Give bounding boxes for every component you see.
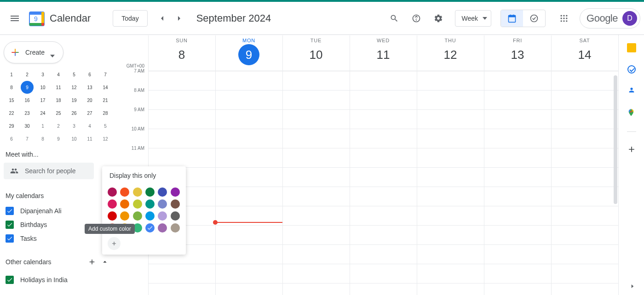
mini-calendar-day[interactable]: 14 [99, 81, 112, 94]
color-option[interactable] [171, 223, 180, 233]
mini-calendar-day[interactable]: 17 [36, 94, 49, 107]
prev-period-button[interactable] [155, 11, 170, 26]
mini-calendar-day[interactable]: 8 [36, 132, 49, 145]
hour-row[interactable] [148, 226, 618, 245]
color-option[interactable] [133, 187, 142, 197]
day-number[interactable]: 9 [238, 44, 259, 65]
current-date-range[interactable]: September 2024 [196, 12, 271, 24]
calendar-checkbox[interactable] [6, 207, 14, 215]
color-option[interactable] [145, 223, 155, 233]
mini-calendar-day[interactable]: 6 [5, 132, 18, 145]
day-number[interactable]: 11 [373, 44, 394, 65]
mini-calendar-day[interactable]: 23 [21, 107, 34, 119]
mini-calendar-day[interactable]: 3 [36, 68, 49, 81]
display-this-only-option[interactable]: Display this only [102, 166, 186, 185]
maps-app-icon[interactable] [627, 108, 636, 117]
mini-calendar-day[interactable]: 7 [21, 132, 34, 145]
mini-calendar-day[interactable]: 10 [36, 81, 49, 94]
day-number[interactable]: 14 [574, 44, 595, 65]
color-option[interactable] [171, 199, 180, 209]
color-option[interactable] [171, 187, 180, 197]
scrollbar-thumb[interactable] [614, 75, 617, 204]
color-option[interactable] [145, 211, 155, 221]
mini-calendar-day[interactable]: 19 [68, 94, 80, 107]
avatar[interactable]: D [622, 11, 637, 26]
hour-row[interactable] [148, 148, 618, 168]
day-number[interactable]: 12 [440, 44, 461, 65]
mini-calendar-day[interactable]: 5 [99, 119, 112, 132]
day-number[interactable]: 8 [171, 44, 192, 65]
color-option[interactable] [158, 211, 167, 221]
mini-calendar-day[interactable]: 18 [52, 94, 65, 107]
mini-calendar-day[interactable]: 13 [83, 81, 96, 94]
day-header[interactable]: MON9 [215, 35, 282, 71]
hour-row[interactable] [148, 91, 618, 110]
hour-row[interactable] [148, 168, 618, 187]
color-option[interactable] [108, 211, 117, 221]
mini-calendar-day[interactable]: 9 [21, 81, 34, 94]
day-header[interactable]: WED11 [350, 35, 417, 71]
main-menu-button[interactable] [4, 7, 26, 29]
mini-calendar-day[interactable]: 5 [68, 68, 80, 81]
calendar-list-item[interactable]: Dipanjenah Ali [4, 204, 111, 218]
color-option[interactable] [145, 199, 155, 209]
app-logo[interactable]: 9 Calendar [28, 9, 91, 28]
mini-calendar-day[interactable]: 27 [83, 107, 96, 119]
get-addons-button[interactable] [627, 145, 636, 154]
mini-calendar-day[interactable]: 15 [5, 94, 18, 107]
color-option[interactable] [158, 187, 167, 197]
mini-calendar-day[interactable]: 1 [36, 119, 49, 132]
mini-calendar-day[interactable]: 7 [99, 68, 112, 81]
day-header[interactable]: FRI13 [484, 35, 551, 71]
mini-calendar-day[interactable]: 29 [5, 119, 18, 132]
view-selector[interactable]: Week [455, 10, 492, 27]
mini-calendar-day[interactable]: 12 [68, 81, 80, 94]
mini-calendar-day[interactable]: 2 [21, 68, 34, 81]
search-people-input[interactable]: Search for people [4, 163, 94, 179]
day-number[interactable]: 13 [507, 44, 528, 65]
hide-side-panel-button[interactable] [629, 283, 636, 291]
color-option[interactable] [120, 199, 129, 209]
day-number[interactable]: 10 [305, 44, 327, 65]
color-option[interactable] [120, 211, 129, 221]
today-button[interactable]: Today [113, 10, 147, 27]
my-calendars-label[interactable]: My calendars [4, 192, 111, 199]
hour-row[interactable] [148, 129, 618, 148]
mini-calendar-day[interactable]: 26 [68, 107, 80, 119]
color-option[interactable] [145, 187, 155, 197]
calendar-view-toggle[interactable] [501, 10, 523, 27]
keep-app-icon[interactable] [627, 43, 636, 52]
color-option[interactable] [171, 211, 180, 221]
mini-calendar-day[interactable]: 20 [83, 94, 96, 107]
mini-calendar-day[interactable]: 4 [52, 68, 65, 81]
google-apps-button[interactable] [555, 9, 573, 28]
mini-calendar-day[interactable]: 25 [52, 107, 65, 119]
calendar-checkbox[interactable] [6, 221, 14, 229]
hour-row[interactable] [148, 71, 618, 91]
color-option[interactable] [120, 187, 129, 197]
tasks-app-icon[interactable] [627, 65, 636, 74]
create-button[interactable]: Create [4, 41, 63, 63]
day-header[interactable]: SAT14 [551, 35, 618, 71]
next-period-button[interactable] [172, 11, 186, 26]
hour-row[interactable] [148, 284, 618, 295]
mini-calendar-day[interactable]: 30 [21, 119, 34, 132]
mini-calendar-day[interactable]: 11 [83, 132, 96, 145]
day-header[interactable]: TUE10 [282, 35, 350, 71]
mini-calendar-day[interactable]: 1 [5, 68, 18, 81]
mini-calendar-day[interactable]: 8 [5, 81, 18, 94]
mini-calendar-day[interactable]: 12 [99, 132, 112, 145]
day-header[interactable]: THU12 [417, 35, 484, 71]
calendar-checkbox[interactable] [6, 234, 14, 243]
mini-calendar-day[interactable]: 4 [83, 119, 96, 132]
grid-scrollbar[interactable] [613, 71, 618, 295]
contacts-app-icon[interactable] [628, 86, 635, 95]
tasks-view-toggle[interactable] [523, 10, 545, 27]
account-chip[interactable]: Google D [580, 8, 640, 28]
calendar-list-item[interactable]: Holidays in India [4, 273, 111, 287]
hour-row[interactable] [148, 264, 618, 284]
mini-calendar-day[interactable]: 21 [99, 94, 112, 107]
mini-calendar-day[interactable]: 28 [99, 107, 112, 119]
mini-calendar-day[interactable]: 11 [52, 81, 65, 94]
color-option[interactable] [158, 223, 167, 233]
